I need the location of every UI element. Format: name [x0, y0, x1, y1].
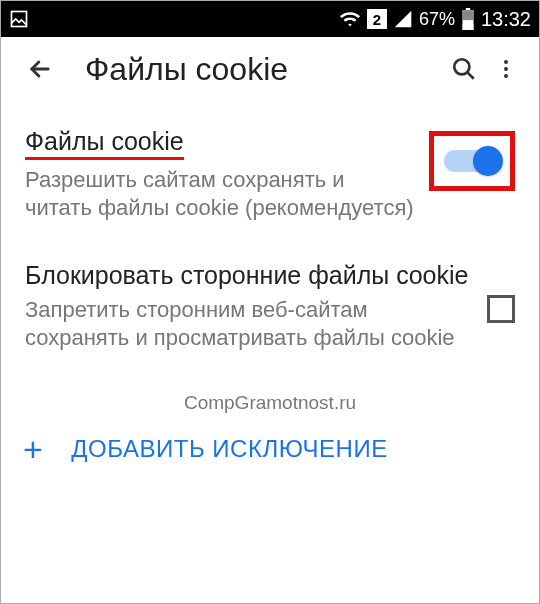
svg-point-5	[454, 59, 469, 74]
sim-badge: 2	[367, 9, 387, 29]
add-exception-button[interactable]: + ДОБАВИТЬ ИСКЛЮЧЕНИЕ	[1, 414, 539, 478]
setting-desc: Запретить сторонним веб-сайтам сохранять…	[25, 296, 473, 351]
signal-icon	[393, 9, 413, 29]
wifi-icon	[339, 8, 361, 30]
clock: 13:32	[481, 8, 531, 31]
setting-allow-cookies[interactable]: Файлы cookie Разрешить сайтам сохранять …	[25, 127, 515, 221]
more-button[interactable]	[485, 48, 527, 90]
svg-rect-2	[466, 8, 470, 10]
toolbar: Файлы cookie	[1, 37, 539, 101]
picture-icon	[9, 9, 29, 29]
setting-title: Блокировать сторонние файлы cookie	[25, 261, 468, 290]
toggle-highlight	[429, 131, 515, 191]
add-exception-label: ДОБАВИТЬ ИСКЛЮЧЕНИЕ	[71, 435, 387, 463]
battery-icon	[461, 8, 475, 30]
setting-block-third-party[interactable]: Блокировать сторонние файлы cookie Запре…	[25, 261, 515, 351]
setting-title: Файлы cookie	[25, 127, 184, 160]
battery-percent: 67%	[419, 9, 455, 30]
svg-rect-0	[12, 12, 27, 27]
svg-rect-3	[462, 23, 473, 30]
svg-point-6	[504, 60, 508, 64]
svg-rect-4	[462, 10, 473, 20]
status-bar: 2 67% 13:32	[1, 1, 539, 37]
setting-desc: Разрешить сайтам сохранять и читать файл…	[25, 166, 415, 221]
svg-point-8	[504, 74, 508, 78]
plus-icon: +	[23, 432, 43, 466]
svg-point-7	[504, 67, 508, 71]
toggle-knob	[473, 146, 503, 176]
back-button[interactable]	[19, 48, 61, 90]
page-title: Файлы cookie	[85, 51, 443, 88]
cookies-toggle[interactable]	[444, 150, 500, 172]
search-button[interactable]	[443, 48, 485, 90]
content: Файлы cookie Разрешить сайтам сохранять …	[1, 101, 539, 414]
block-third-party-checkbox[interactable]	[487, 295, 515, 323]
watermark: CompGramotnost.ru	[25, 392, 515, 414]
